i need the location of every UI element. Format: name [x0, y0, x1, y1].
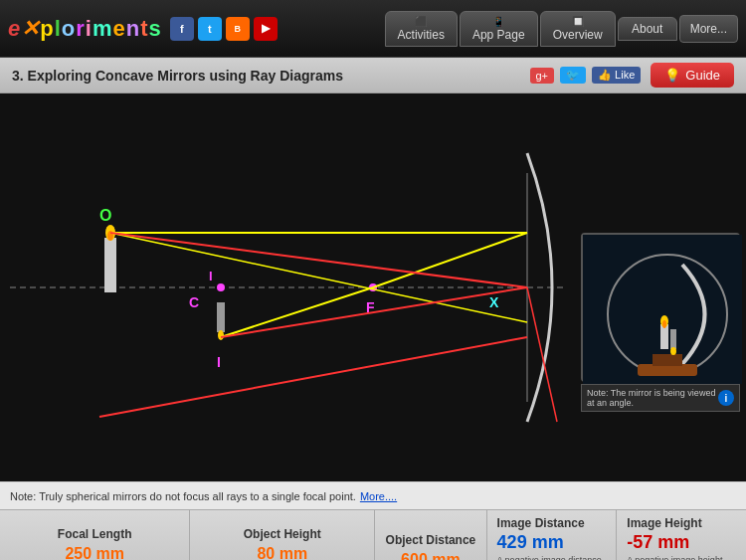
image-height-label: Image Height	[627, 516, 736, 530]
svg-rect-31	[670, 329, 676, 349]
svg-text:X: X	[489, 294, 499, 310]
svg-text:C: C	[189, 294, 199, 310]
facebook-like-btn[interactable]: 👍 Like	[592, 67, 641, 84]
note-bar: Note: Truly spherical mirrors do not foc…	[0, 481, 746, 509]
svg-text:O: O	[99, 207, 111, 224]
preview-box	[581, 233, 740, 382]
twitter-icon[interactable]: t	[198, 17, 222, 41]
focal-length-control: Focal Length 250 mm 200 300	[0, 510, 190, 560]
svg-point-15	[217, 283, 225, 291]
image-distance-group: Image Distance 429 mm A negative image d…	[487, 510, 618, 560]
svg-rect-3	[104, 238, 116, 292]
object-distance-control: Object Distance 600 mm	[375, 510, 486, 560]
tab-overview[interactable]: 🔲 Overview	[540, 11, 616, 47]
more-link[interactable]: More....	[360, 490, 397, 502]
blog-icon[interactable]: B	[226, 17, 250, 41]
image-distance-value: 429 mm	[497, 532, 607, 553]
page-title: 3. Exploring Concave Mirrors using Ray D…	[12, 68, 530, 84]
focal-length-label: Focal Length	[58, 527, 132, 541]
lightbulb-icon: 💡	[664, 68, 680, 83]
header: e✕ploriments f t B ▶ ⬛ Activities 📱 App …	[0, 0, 746, 58]
tab-about[interactable]: About	[618, 17, 677, 41]
svg-rect-6	[217, 302, 225, 332]
focal-length-value: 250 mm	[65, 545, 124, 560]
svg-rect-27	[653, 354, 682, 366]
image-height-value: -57 mm	[627, 532, 736, 553]
youtube-icon[interactable]: ▶	[254, 17, 278, 41]
main-canvas: O C F I I X	[0, 93, 746, 481]
svg-point-7	[218, 330, 224, 340]
object-distance-value: 600 mm	[401, 551, 461, 561]
image-height-group: Image Height -57 mm A negative image hei…	[617, 510, 746, 560]
guide-button[interactable]: 💡 Guide	[651, 63, 734, 88]
nav-tabs: ⬛ Activities 📱 App Page 🔲 Overview About…	[385, 11, 738, 47]
tab-more[interactable]: More...	[679, 15, 738, 43]
svg-point-32	[670, 347, 676, 355]
subtitle-bar: 3. Exploring Concave Mirrors using Ray D…	[0, 58, 746, 93]
logo: e✕ploriments	[8, 16, 162, 42]
social-icons: f t B ▶	[170, 17, 278, 41]
facebook-icon[interactable]: f	[170, 17, 194, 41]
object-height-control: Object Height 80 mm 50 100	[190, 510, 375, 560]
social-share: g+ 🐦 👍 Like	[530, 67, 642, 84]
logo-area: e✕ploriments f t B ▶	[8, 16, 278, 42]
preview-note: Note: The mirror is being viewed at an a…	[581, 384, 740, 412]
tab-activities[interactable]: ⬛ Activities	[385, 11, 458, 47]
image-distance-note: A negative image distance indicates that…	[497, 555, 607, 560]
tweet-btn[interactable]: 🐦	[560, 67, 586, 84]
object-height-label: Object Height	[244, 527, 321, 541]
preview-svg	[583, 235, 742, 384]
image-height-note: A negative image height indicates that t…	[627, 555, 736, 560]
google-plus-btn[interactable]: g+	[530, 68, 555, 84]
object-distance-label: Object Distance	[386, 533, 476, 547]
image-distance-label: Image Distance	[497, 516, 607, 530]
controls-area: Focal Length 250 mm 200 300 Object Heigh…	[0, 509, 746, 560]
ray-diagram: O C F I I X	[0, 93, 577, 481]
object-height-value: 80 mm	[257, 545, 307, 560]
info-badge[interactable]: i	[718, 390, 734, 406]
tab-app-page[interactable]: 📱 App Page	[460, 11, 538, 47]
svg-point-30	[662, 320, 666, 328]
svg-text:I: I	[217, 354, 221, 370]
svg-text:I: I	[209, 269, 213, 283]
